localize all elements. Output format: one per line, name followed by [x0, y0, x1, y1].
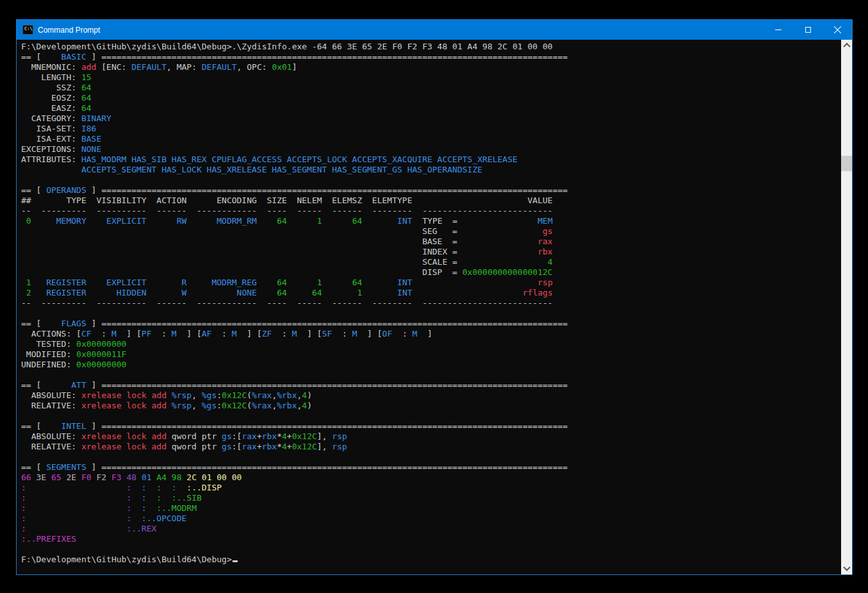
text-segment: [147, 278, 157, 287]
text-segment: ,: [192, 401, 202, 410]
text-segment: INT: [372, 216, 413, 226]
terminal-line: ISA-SET: I86: [21, 124, 841, 134]
terminal-line: -- --------- ---------- ------ ---------…: [21, 298, 841, 308]
text-segment: F2: [96, 472, 106, 482]
terminal-line: LENGTH: 15: [21, 72, 841, 83]
text-segment: F:\Development\GitHub\zydis\Build64\Debu…: [21, 42, 553, 51]
text-segment: [147, 493, 157, 503]
text-segment: ): [307, 390, 312, 400]
text-segment: 0: [21, 216, 31, 226]
text-segment: , MAP:: [167, 62, 202, 72]
text-segment: :..REX: [126, 524, 156, 533]
console-output[interactable]: F:\Development\GitHub\zydis\Build64\Debu…: [17, 40, 841, 574]
cmd-icon[interactable]: C:\_: [22, 25, 33, 35]
text-segment: [161, 493, 172, 503]
text-segment: M: [111, 329, 117, 338]
text-segment: UNDEFINED:: [21, 360, 76, 369]
text-segment: 64: [332, 216, 362, 226]
text-segment: rflags: [422, 288, 553, 297]
text-segment: [26, 493, 127, 503]
text-segment: PF: [142, 329, 152, 338]
terminal-line: == [ BASIC ] ===========================…: [21, 52, 841, 62]
text-segment: [413, 288, 423, 297]
text-segment: ] [: [297, 329, 322, 338]
text-segment: == [: [21, 380, 46, 390]
terminal-line: F:\Development\GitHub\zydis\Build64\Debu…: [21, 42, 841, 52]
scroll-up-button[interactable]: [841, 40, 852, 51]
terminal-line: [21, 452, 841, 462]
text-segment: [ENC:: [96, 62, 131, 72]
text-segment: ] [: [177, 329, 202, 338]
text-segment: ): [307, 401, 312, 410]
text-segment: REGISTER: [41, 288, 86, 297]
text-segment: 64: [267, 278, 287, 287]
close-button[interactable]: [823, 20, 852, 40]
text-segment: *: [277, 431, 282, 441]
text-segment: %rax: [252, 390, 272, 400]
text-segment: NONE: [81, 144, 101, 154]
text-segment: [362, 278, 372, 287]
text-segment: [86, 288, 97, 297]
title-bar[interactable]: C:\_ Command Prompt: [17, 20, 852, 40]
text-segment: :: [142, 503, 147, 513]
scroll-down-button[interactable]: [841, 564, 852, 574]
terminal-line: INDEX = rbx: [21, 247, 841, 257]
terminal-line: CATEGORY: BINARY: [21, 113, 841, 124]
terminal-line: DISP = 0x000000000000012C: [21, 267, 841, 278]
terminal-line: == [ INTEL ] ===========================…: [21, 421, 841, 431]
text-segment: 2: [21, 288, 31, 297]
text-segment: ]: [292, 62, 297, 72]
terminal-window: C:\_ Command Prompt F:\Development\GitHu…: [16, 19, 853, 575]
text-segment: 0x0000011F: [76, 349, 126, 359]
text-segment: MNEMONIC:: [21, 62, 81, 72]
text-segment: DEFAULT: [202, 62, 237, 72]
terminal-line: ACTIONS: [CF : M ] [PF : M ] [AF : M ] […: [21, 329, 841, 339]
text-segment: +: [287, 431, 292, 441]
text-segment: AF: [202, 329, 212, 338]
text-segment: 1: [21, 278, 31, 287]
terminal-line: -- --------- ---------- ------ ---------…: [21, 206, 841, 216]
text-segment: ATTRIBUTES:: [21, 155, 81, 164]
text-segment: 0x00000000: [76, 339, 126, 349]
terminal-line: : :..REX: [21, 524, 841, 534]
text-segment: 2C 01 00 00: [186, 472, 242, 482]
text-segment: 64: [267, 216, 287, 226]
text-segment: ] ======================================…: [86, 319, 568, 328]
text-segment: BASE: [81, 134, 101, 144]
text-segment: :..SIB: [172, 493, 202, 503]
text-segment: [322, 288, 332, 297]
text-segment: FLAGS: [46, 319, 86, 328]
text-segment: ] ======================================…: [86, 462, 568, 472]
maximize-button[interactable]: [793, 20, 823, 40]
text-segment: 48: [126, 472, 136, 482]
terminal-line: EOSZ: 64: [21, 93, 841, 103]
text-segment: RELATIVE:: [21, 442, 81, 451]
text-segment: 64: [297, 288, 322, 297]
text-segment: [86, 278, 97, 287]
text-segment: ZF: [262, 329, 272, 338]
text-segment: EXCEPTIONS:: [21, 144, 81, 154]
text-segment: :: [217, 401, 222, 410]
close-icon: [833, 26, 842, 34]
terminal-line: RELATIVE: xrelease lock add qword ptr gs…: [21, 442, 841, 452]
terminal-line: [21, 411, 841, 421]
minimize-button[interactable]: [764, 20, 793, 40]
text-segment: SSZ:: [21, 83, 81, 92]
text-segment: RELATIVE:: [21, 401, 81, 410]
text-segment: ] [: [237, 329, 262, 338]
chevron-down-icon: [843, 564, 850, 571]
text-segment: [131, 514, 142, 523]
text-segment: EXPLICIT: [96, 216, 146, 226]
text-segment: -- --------- ---------- ------ ---------…: [21, 298, 553, 308]
text-segment: :..MODRM: [156, 503, 197, 513]
text-segment: add: [81, 62, 96, 72]
text-segment: F3: [111, 472, 122, 482]
terminal-line: F:\Development\GitHub\zydis\Build64\Debu…: [21, 555, 841, 565]
text-segment: 64: [81, 103, 92, 113]
text-segment: [131, 493, 142, 503]
scrollbar[interactable]: [841, 40, 852, 574]
text-segment: A4: [156, 472, 167, 482]
terminal-line: MODIFIED: 0x0000011F: [21, 349, 841, 360]
terminal-line: : : : : : :..DISP: [21, 483, 841, 493]
scrollbar-thumb[interactable]: [841, 156, 852, 171]
